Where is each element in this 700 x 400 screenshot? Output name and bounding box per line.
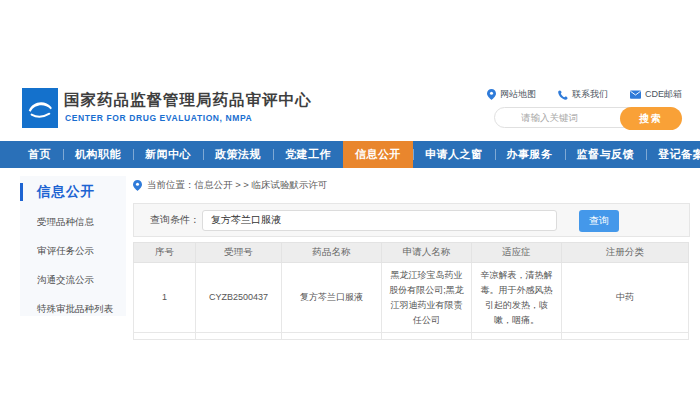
nav-item-functions[interactable]: 机构职能 — [63, 141, 133, 168]
results-table: 序号 受理号 药品名称 申请人名称 适应症 注册分类 1 CYZB2500437… — [133, 242, 689, 340]
header-search: 搜索 — [494, 107, 682, 130]
page: 国家药品监督管理局药品审评中心 CENTER FOR DRUG EVALUATI… — [0, 0, 700, 400]
cell-acceptance-no: CYZB2500437 — [196, 263, 282, 333]
header-search-button[interactable]: 搜索 — [620, 107, 682, 130]
nav-item-home[interactable]: 首页 — [16, 141, 63, 168]
sidebar-item-review-tasks[interactable]: 审评任务公示 — [20, 237, 126, 266]
nav-item-registration-platform[interactable]: 登记备案平台 — [646, 141, 700, 168]
site-title: 国家药品监督管理局药品审评中心 — [64, 90, 312, 111]
quicklink-label: CDE邮箱 — [645, 88, 682, 101]
main-content: 当前位置：信息公开 > > 临床试验默示许可 查询条件： 查询 序号 受理号 药… — [133, 176, 690, 340]
swan-icon — [25, 93, 55, 123]
nav-item-services[interactable]: 办事服务 — [495, 141, 565, 168]
sidebar-item-accepted-varieties[interactable]: 受理品种信息 — [20, 208, 126, 237]
site-subtitle: CENTER FOR DRUG EVALUATION, NMPA — [65, 113, 252, 123]
nav-item-news[interactable]: 新闻中心 — [133, 141, 203, 168]
nav-item-policies[interactable]: 政策法规 — [203, 141, 273, 168]
breadcrumb: 当前位置：信息公开 > > 临床试验默示许可 — [133, 176, 690, 194]
nav-item-info-disclosure[interactable]: 信息公开 — [343, 141, 413, 168]
nav-item-supervision[interactable]: 监督与反馈 — [565, 141, 647, 168]
nav-item-applicant-window[interactable]: 申请人之窗 — [413, 141, 495, 168]
main-nav: 首页 机构职能 新闻中心 政策法规 党建工作 信息公开 申请人之窗 办事服务 监… — [0, 141, 700, 168]
quicklink-label: 联系我们 — [572, 88, 608, 101]
sidebar: 信息公开 受理品种信息 审评任务公示 沟通交流公示 特殊审批品种列表 — [20, 176, 126, 316]
quicklink-label: 网站地图 — [500, 88, 536, 101]
table-empty-row — [134, 333, 689, 340]
col-header-seq: 序号 — [134, 243, 196, 263]
sidebar-item-communication[interactable]: 沟通交流公示 — [20, 266, 126, 295]
col-header-drug-name: 药品名称 — [282, 243, 382, 263]
cde-logo — [22, 88, 58, 128]
cell-reg-category: 中药 — [562, 263, 689, 333]
map-pin-icon — [487, 89, 496, 100]
cell-indication: 辛凉解表，清热解毒。用于外感风热引起的发热，咳嗽，咽痛。 — [472, 263, 562, 333]
mail-icon — [630, 90, 641, 99]
nav-item-party[interactable]: 党建工作 — [273, 141, 343, 168]
sidebar-title-row: 信息公开 — [20, 176, 126, 208]
cell-applicant: 黑龙江珍宝岛药业股份有限公司;黑龙江羽迪药业有限责任公司 — [382, 263, 472, 333]
sidebar-item-special-approval[interactable]: 特殊审批品种列表 — [20, 295, 126, 324]
phone-icon — [558, 90, 568, 100]
query-bar: 查询条件： 查询 — [133, 203, 690, 237]
col-header-reg-category: 注册分类 — [562, 243, 689, 263]
col-header-indication: 适应症 — [472, 243, 562, 263]
sidebar-title: 信息公开 — [23, 183, 95, 201]
header-quick-links: 网站地图 联系我们 CDE邮箱 — [487, 88, 682, 101]
query-label: 查询条件： — [150, 213, 200, 227]
quicklink-contact[interactable]: 联系我们 — [558, 88, 608, 101]
quicklink-mail[interactable]: CDE邮箱 — [630, 88, 682, 101]
col-header-applicant: 申请人名称 — [382, 243, 472, 263]
query-button[interactable]: 查询 — [579, 210, 619, 232]
quicklink-sitemap[interactable]: 网站地图 — [487, 88, 536, 101]
col-header-acceptance-no: 受理号 — [196, 243, 282, 263]
cell-drug-name: 复方芩兰口服液 — [282, 263, 382, 333]
breadcrumb-text: 当前位置：信息公开 > > 临床试验默示许可 — [147, 179, 328, 192]
cell-seq: 1 — [134, 263, 196, 333]
query-input[interactable] — [202, 210, 557, 231]
location-pin-icon — [133, 180, 142, 191]
table-header-row: 序号 受理号 药品名称 申请人名称 适应症 注册分类 — [134, 243, 689, 263]
table-row: 1 CYZB2500437 复方芩兰口服液 黑龙江珍宝岛药业股份有限公司;黑龙江… — [134, 263, 689, 333]
